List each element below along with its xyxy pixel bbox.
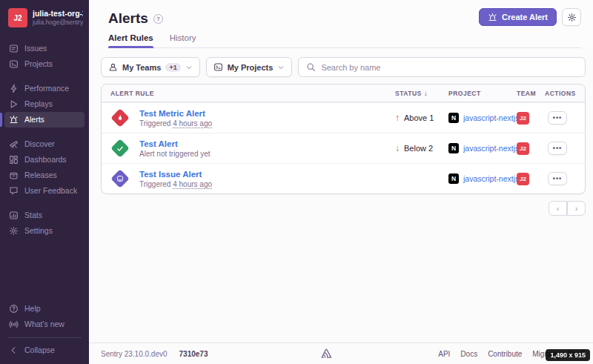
sidebar-item-issues[interactable]: Issues bbox=[4, 41, 85, 56]
rule-text: Test Alert Alert not triggered yet bbox=[139, 139, 211, 159]
releases-icon bbox=[9, 171, 19, 180]
page-help-icon[interactable]: ? bbox=[153, 14, 163, 24]
sidebar-item-stats[interactable]: Stats bbox=[4, 208, 85, 223]
table-header-row: ALERT RULE STATUS ↓ PROJECT TEAM ACTIONS bbox=[102, 85, 585, 102]
active-indicator bbox=[0, 113, 2, 127]
sidebar-item-label: Stats bbox=[24, 210, 42, 221]
issue-alert-icon bbox=[110, 169, 129, 188]
org-switcher[interactable]: J2 julia-test-org-2 … julia.hoge@sentry.… bbox=[0, 0, 89, 32]
actions-cell: ••• bbox=[545, 172, 576, 185]
search-input[interactable] bbox=[321, 63, 577, 72]
alert-rule-subtext: Alert not triggered yet bbox=[139, 149, 211, 159]
org-avatar: J2 bbox=[8, 8, 27, 27]
triggered-time[interactable]: 4 hours ago bbox=[173, 180, 212, 188]
sidebar-item-user-feedback[interactable]: User Feedback bbox=[4, 183, 85, 199]
performance-icon bbox=[9, 84, 19, 93]
nextjs-platform-icon: N bbox=[448, 143, 459, 153]
footer-link-api[interactable]: API bbox=[438, 350, 450, 358]
alert-settings-button[interactable] bbox=[562, 8, 581, 26]
team-cell: J2 bbox=[517, 142, 545, 155]
chevron-down-icon bbox=[277, 64, 285, 71]
filter-row: My Teams +1 My Projects bbox=[101, 57, 586, 77]
table-row: Test Issue Alert Triggered 4 hours ago N… bbox=[102, 163, 585, 193]
sidebar-divider bbox=[7, 337, 82, 338]
previous-page-button[interactable]: ‹ bbox=[549, 201, 567, 216]
footer-left: Sentry 23.10.0.dev0 7310e73 bbox=[101, 350, 208, 358]
footer: Sentry 23.10.0.dev0 7310e73 API Docs Con… bbox=[89, 343, 593, 364]
stats-icon bbox=[9, 211, 19, 220]
siren-icon bbox=[9, 115, 19, 125]
sidebar-item-settings[interactable]: Settings bbox=[4, 223, 85, 239]
footer-link-docs[interactable]: Docs bbox=[460, 350, 477, 358]
project-link[interactable]: javascript-nextjs bbox=[463, 113, 517, 122]
alert-rule-subtext: Triggered 4 hours ago bbox=[139, 119, 212, 128]
column-actions: ACTIONS bbox=[545, 90, 576, 97]
rule-cell: Test Issue Alert Triggered 4 hours ago bbox=[110, 169, 395, 189]
projects-filter-button[interactable]: My Projects bbox=[206, 57, 293, 77]
team-badge: J2 bbox=[517, 142, 529, 155]
project-link[interactable]: javascript-nextjs bbox=[463, 174, 517, 183]
row-actions-button[interactable]: ••• bbox=[548, 172, 567, 185]
sidebar-item-discover[interactable]: Discover bbox=[4, 136, 85, 152]
page-header: Alerts ? Create Alert Alert Rules Histor… bbox=[89, 0, 593, 48]
create-alert-button[interactable]: Create Alert bbox=[479, 8, 557, 26]
sidebar-item-label: Alerts bbox=[24, 114, 44, 125]
team-cell: J2 bbox=[517, 112, 545, 125]
metric-alert-critical-icon bbox=[110, 108, 129, 127]
alert-rule-link[interactable]: Test Metric Alert bbox=[139, 108, 212, 119]
sidebar-item-performance[interactable]: Performance bbox=[4, 81, 85, 96]
teams-filter-label: My Teams bbox=[122, 63, 161, 72]
column-team: TEAM bbox=[517, 90, 545, 97]
subtext-prefix: Triggered bbox=[139, 119, 173, 128]
footer-link-contribute[interactable]: Contribute bbox=[488, 350, 522, 358]
nav-section-monitoring: Performance Replays Alerts bbox=[0, 81, 89, 128]
project-cell: N javascript-nextjs bbox=[448, 113, 517, 123]
rule-cell: Test Metric Alert Triggered 4 hours ago bbox=[110, 108, 395, 128]
sidebar-item-label: Dashboards bbox=[24, 154, 67, 165]
issues-icon bbox=[116, 175, 124, 182]
sidebar-item-dashboards[interactable]: Dashboards bbox=[4, 152, 85, 168]
teams-filter-button[interactable]: My Teams +1 bbox=[101, 57, 200, 77]
row-actions-button[interactable]: ••• bbox=[548, 111, 567, 125]
actions-cell: ••• bbox=[545, 142, 576, 155]
chevron-down-icon bbox=[185, 64, 193, 71]
sidebar-item-replays[interactable]: Replays bbox=[4, 96, 85, 112]
sidebar-item-projects[interactable]: Projects bbox=[4, 56, 85, 72]
arrow-down-icon: ↓ bbox=[395, 143, 400, 153]
actions-cell: ••• bbox=[545, 111, 576, 125]
dashboards-icon bbox=[9, 155, 19, 165]
column-status-label: STATUS bbox=[395, 90, 422, 97]
sidebar-item-label: Collapse bbox=[24, 345, 55, 356]
alert-rule-link[interactable]: Test Issue Alert bbox=[139, 169, 212, 179]
feedback-icon bbox=[9, 186, 19, 196]
status-cell: ↓ Below 2 bbox=[395, 143, 448, 153]
column-status[interactable]: STATUS ↓ bbox=[395, 89, 448, 97]
projects-filter-label: My Projects bbox=[228, 63, 274, 72]
user-icon bbox=[108, 62, 118, 72]
help-icon bbox=[9, 304, 19, 314]
build-hash: 7310e73 bbox=[179, 350, 208, 358]
header-actions: Create Alert bbox=[479, 8, 581, 26]
sidebar-item-whats-new[interactable]: What's new bbox=[4, 317, 85, 332]
row-actions-button[interactable]: ••• bbox=[548, 142, 567, 155]
org-name: julia-test-org-2 … bbox=[33, 8, 83, 19]
triggered-time[interactable]: 4 hours ago bbox=[173, 119, 212, 128]
search-box bbox=[298, 57, 586, 77]
alert-rules-table: ALERT RULE STATUS ↓ PROJECT TEAM ACTIONS bbox=[101, 84, 586, 194]
sidebar-collapse-button[interactable]: Collapse bbox=[4, 343, 85, 358]
create-alert-label: Create Alert bbox=[502, 13, 548, 21]
team-cell: J2 bbox=[517, 173, 545, 185]
discover-icon bbox=[9, 139, 19, 149]
project-link[interactable]: javascript-nextjs bbox=[463, 144, 517, 153]
org-meta: julia-test-org-2 … julia.hoge@sentry.io bbox=[33, 8, 83, 27]
sidebar-item-releases[interactable]: Releases bbox=[4, 168, 85, 183]
settings-icon bbox=[9, 226, 19, 236]
alert-rule-link[interactable]: Test Alert bbox=[139, 139, 211, 149]
sidebar-item-help[interactable]: Help bbox=[4, 301, 85, 317]
sidebar-item-alerts[interactable]: Alerts bbox=[4, 112, 85, 128]
projects-icon bbox=[9, 59, 19, 69]
teams-extra-badge: +1 bbox=[165, 63, 180, 72]
tab-history[interactable]: History bbox=[170, 33, 196, 47]
next-page-button[interactable]: › bbox=[567, 201, 586, 216]
tab-alert-rules[interactable]: Alert Rules bbox=[108, 33, 153, 47]
